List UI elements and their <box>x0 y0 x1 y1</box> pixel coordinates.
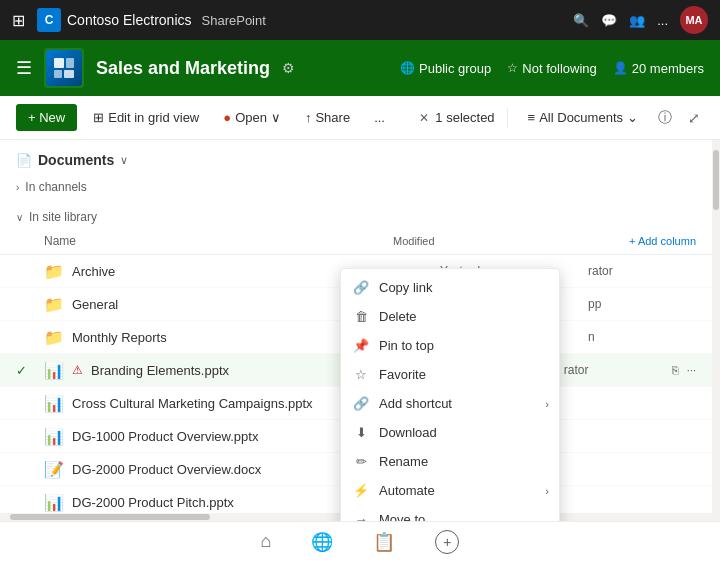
in-site-library-header[interactable]: ∨ In site library <box>0 206 712 228</box>
submenu-chevron: › <box>545 398 549 410</box>
file-author: n <box>588 330 688 344</box>
menu-item-add-shortcut[interactable]: 🔗 Add shortcut › <box>341 389 559 418</box>
site-header: ☰ Sales and Marketing ⚙ 🌐 Public group ☆… <box>0 40 720 96</box>
menu-icon-pin-to-top: 📌 <box>353 338 369 353</box>
menu-item-delete[interactable]: 🗑 Delete <box>341 302 559 331</box>
in-channels-label: In channels <box>25 180 86 194</box>
breadcrumb-chevron: ∨ <box>120 154 128 167</box>
bottom-navigation: ⌂ 🌐 📋 + <box>0 521 720 561</box>
vertical-scrollbar[interactable] <box>712 140 720 521</box>
not-following[interactable]: ☆ Not following <box>507 61 596 76</box>
edit-grid-label: Edit in grid view <box>108 110 199 125</box>
breadcrumb-icon: 📄 <box>16 153 32 168</box>
all-documents-button[interactable]: ≡ All Documents ⌄ <box>520 106 646 129</box>
menu-icon-favorite: ☆ <box>353 367 369 382</box>
menu-label-favorite: Favorite <box>379 367 426 382</box>
in-channels-header[interactable]: › In channels <box>0 176 712 198</box>
menu-label-add-shortcut: Add shortcut <box>379 396 452 411</box>
row-more-icon[interactable]: ··· <box>687 364 696 376</box>
content-area: 📄 Documents ∨ › In channels ∨ In site li… <box>0 140 720 521</box>
site-meta: 🌐 Public group ☆ Not following 👤 20 memb… <box>400 61 704 76</box>
waffle-icon[interactable]: ⊞ <box>12 11 25 30</box>
copy-icon[interactable]: ⎘ <box>672 364 679 376</box>
public-group[interactable]: 🌐 Public group <box>400 61 491 76</box>
more-icon[interactable]: ... <box>657 13 668 28</box>
menu-label-move-to: Move to <box>379 512 425 521</box>
menu-label-rename: Rename <box>379 454 428 469</box>
not-following-label: Not following <box>522 61 596 76</box>
svg-rect-0 <box>54 58 64 68</box>
settings-icon[interactable]: ⚙ <box>282 60 295 76</box>
menu-item-favorite[interactable]: ☆ Favorite <box>341 360 559 389</box>
menu-icon-add-shortcut: 🔗 <box>353 396 369 411</box>
menu-item-automate[interactable]: ⚡ Automate › <box>341 476 559 505</box>
home-nav-item[interactable]: ⌂ <box>261 531 272 552</box>
file-icon: 📁 <box>44 294 64 314</box>
bottom-nav-items: ⌂ 🌐 📋 + <box>16 530 704 554</box>
menu-icon-rename: ✏ <box>353 454 369 469</box>
globe-nav-item[interactable]: 🌐 <box>311 531 333 553</box>
menu-item-copy-link[interactable]: 🔗 Copy link <box>341 273 559 302</box>
menu-item-rename[interactable]: ✏ Rename <box>341 447 559 476</box>
avatar[interactable]: MA <box>680 6 708 34</box>
menu-item-pin-to-top[interactable]: 📌 Pin to top <box>341 331 559 360</box>
menu-label-automate: Automate <box>379 483 435 498</box>
new-button[interactable]: + New <box>16 104 77 131</box>
menu-icon-delete: 🗑 <box>353 309 369 324</box>
modified-column-header: Modified <box>393 235 533 247</box>
menu-icon-automate: ⚡ <box>353 483 369 498</box>
menu-item-move-to[interactable]: → Move to <box>341 505 559 521</box>
menu-item-download[interactable]: ⬇ Download <box>341 418 559 447</box>
selected-info: ✕ 1 selected <box>419 110 494 125</box>
menu-icon[interactable]: ☰ <box>16 57 32 79</box>
chevron-right-icon: › <box>16 182 19 193</box>
table-header: Name Modified + Add column <box>0 228 712 255</box>
open-label: Open <box>235 110 267 125</box>
divider <box>507 108 508 128</box>
plus-nav-item[interactable]: + <box>435 530 459 554</box>
site-logo <box>44 48 84 88</box>
company-logo[interactable]: C Contoso Electronics SharePoint <box>37 8 266 32</box>
menu-icon-copy-link: 🔗 <box>353 280 369 295</box>
open-chevron: ∨ <box>271 110 281 125</box>
all-docs-label: All Documents <box>539 110 623 125</box>
menu-label-pin-to-top: Pin to top <box>379 338 434 353</box>
file-author: pp <box>588 297 688 311</box>
grid-icon: ⊞ <box>93 110 104 125</box>
add-column-button[interactable]: + Add column <box>629 235 696 247</box>
file-icon: 📊 <box>44 360 64 380</box>
menu-label-download: Download <box>379 425 437 440</box>
info-button[interactable]: ⓘ <box>654 105 676 131</box>
company-name: Contoso Electronics <box>67 12 192 28</box>
deselect-button[interactable]: ✕ <box>419 111 429 125</box>
site-title: Sales and Marketing <box>96 58 270 79</box>
site-logo-inner <box>46 50 82 86</box>
members-icon: 👤 <box>613 61 628 75</box>
share-button[interactable]: ↑ Share <box>297 104 358 131</box>
context-menu: 🔗 Copy link 🗑 Delete 📌 Pin to top ☆ Favo… <box>340 268 560 521</box>
share-icon: ↑ <box>305 110 312 125</box>
open-button[interactable]: ● Open ∨ <box>215 104 289 131</box>
star-icon: ☆ <box>507 61 518 75</box>
file-icon: 📊 <box>44 393 64 413</box>
top-navigation: ⊞ C Contoso Electronics SharePoint 🔍 💬 👥… <box>0 0 720 40</box>
powerpoint-icon: ● <box>223 110 231 125</box>
chat-icon[interactable]: 💬 <box>601 13 617 28</box>
command-bar: + New ⊞ Edit in grid view ● Open ∨ ↑ Sha… <box>0 96 720 140</box>
members[interactable]: 👤 20 members <box>613 61 704 76</box>
more-button[interactable]: ... <box>366 104 393 131</box>
edit-grid-button[interactable]: ⊞ Edit in grid view <box>85 104 207 131</box>
selected-count: 1 selected <box>435 110 494 125</box>
sharepoint-label: SharePoint <box>202 13 266 28</box>
file-icon: 📊 <box>44 492 64 512</box>
h-scroll-thumb <box>10 514 210 520</box>
row-actions: ⎘··· <box>672 364 696 376</box>
people-icon[interactable]: 👥 <box>629 13 645 28</box>
search-icon[interactable]: 🔍 <box>573 13 589 28</box>
warning-icon: ⚠ <box>72 363 83 377</box>
contoso-logo-icon: C <box>37 8 61 32</box>
expand-button[interactable]: ⤢ <box>684 106 704 130</box>
file-icon: 📁 <box>44 261 64 281</box>
share-label: Share <box>315 110 350 125</box>
docs-nav-item[interactable]: 📋 <box>373 531 395 553</box>
